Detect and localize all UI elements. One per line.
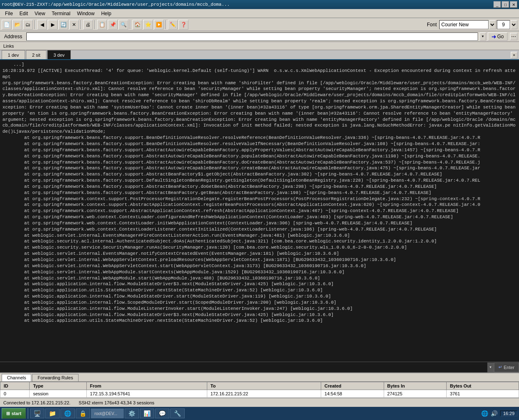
font-input[interactable]	[439, 20, 489, 29]
fav-btn[interactable]: ⭐	[143, 20, 153, 30]
volume-icon: 🔊	[491, 410, 498, 417]
go-label: Go	[497, 34, 504, 39]
terminal-content: ...] 16:28:19.972 [[ACTIVE] ExecuteThrea…	[2, 62, 517, 324]
open-btn[interactable]: 📂	[12, 20, 22, 30]
minimize-button[interactable]: _	[494, 1, 501, 8]
status-bar: Connected to 172.16.221.215:22. SSH2 xte…	[0, 398, 519, 407]
toolbar: 📄 📂 🗂 ◀ ▶ 🔄 ✕ 🖨 📋 📌 🔍 🏠 ⭐ ▶️ ✏️ ❓ Font	[0, 18, 519, 31]
tab-2[interactable]: 2 sit	[26, 50, 46, 59]
col-created: Created	[321, 382, 384, 390]
menu-view[interactable]: View	[31, 10, 49, 17]
enter-arrow-icon: ↵	[498, 365, 502, 370]
clock: 16:29	[500, 411, 517, 416]
enter-button[interactable]: ↵ Enter	[494, 362, 519, 372]
address-dropdown[interactable]: ▼	[480, 32, 486, 41]
address-input[interactable]	[26, 32, 478, 41]
row-from: 172.15.3.194:57641	[86, 390, 207, 398]
links-bar: Links	[0, 42, 519, 50]
forward-btn[interactable]: ▶	[48, 20, 58, 30]
tab-3[interactable]: 3 dev	[47, 50, 71, 59]
taskbar-btn-5[interactable]: ⚙️	[125, 408, 139, 418]
taskbar-putty[interactable]: root@DEV...	[91, 408, 124, 418]
home-btn[interactable]: 🏠	[132, 20, 142, 30]
channels-tab-label: Channels	[7, 375, 26, 380]
new-btn[interactable]: 📄	[2, 20, 12, 30]
copy-btn[interactable]: 📋	[97, 20, 107, 30]
refresh-btn[interactable]: 🔄	[58, 20, 68, 30]
connection-status: Connected to 172.16.221.215:22.	[3, 400, 70, 405]
bottom-tab-bar: Channels Forwarding Rules	[0, 373, 519, 382]
tab-2-label: 2 sit	[32, 53, 40, 58]
close-button[interactable]: ✕	[510, 1, 517, 8]
separator-3	[95, 20, 95, 29]
terminal-output[interactable]: ...] 16:28:19.972 [[ACTIVE] ExecuteThrea…	[0, 60, 519, 362]
network-icon: 🌐	[481, 410, 488, 417]
row-bytes-out: 3761	[447, 390, 519, 398]
address-label: Address	[2, 34, 25, 39]
tab-1[interactable]: 1 dev	[2, 50, 25, 59]
window-controls[interactable]: _ □ ✕	[494, 1, 517, 8]
forwarding-tab[interactable]: Forwarding Rules	[32, 374, 78, 381]
font-label: Font	[427, 22, 437, 28]
taskbar: ⊞ start 🖥️ 📁 🌐 🔒 root@DEV... ⚙️ 📊 💬 🔧 🌐 …	[0, 407, 519, 420]
address-extra-btn[interactable]: ⋯	[510, 33, 517, 40]
separator-4	[130, 20, 131, 29]
terminal-input-bar: ▼ ↵ Enter	[0, 362, 519, 372]
taskbar-btn-1[interactable]: 🖥️	[30, 408, 44, 418]
maximize-button[interactable]: □	[502, 1, 509, 8]
folder-btn[interactable]: 🗂	[23, 20, 33, 30]
channels-tab[interactable]: Channels	[2, 374, 31, 381]
row-type: session	[30, 390, 86, 398]
row-created: 14:54:58	[321, 390, 384, 398]
print-btn[interactable]: 🖨	[83, 20, 93, 30]
taskbar-btn-6[interactable]: 📊	[140, 408, 154, 418]
help-btn[interactable]: ❓	[178, 20, 188, 30]
go-button[interactable]: ➜ Go	[488, 32, 507, 41]
menu-bar: File Edit View Terminal Window Help	[0, 9, 519, 18]
taskbar-btn-3[interactable]: 🌐	[60, 408, 75, 418]
tab-bar: 1 dev 2 sit 3 dev ✕	[0, 50, 519, 60]
menu-edit[interactable]: Edit	[16, 10, 31, 17]
row-id: 0	[0, 390, 30, 398]
stop-btn[interactable]: ✕	[69, 20, 79, 30]
menu-help[interactable]: Help	[98, 10, 115, 17]
menu-window[interactable]: Window	[74, 10, 98, 17]
font-size-input[interactable]	[497, 20, 510, 29]
taskbar-btn-8[interactable]: 🔧	[170, 408, 185, 418]
row-bytes-in: 274125	[384, 390, 446, 398]
windows-icon: ⊞	[6, 411, 10, 416]
back-btn[interactable]: ◀	[37, 20, 47, 30]
edit2-btn[interactable]: ✏️	[168, 20, 178, 30]
channels-table: ID Type From To Created Bytes In Bytes O…	[0, 382, 519, 398]
go-arrow-icon: ➜	[491, 33, 496, 40]
tab-3-label: 3 dev	[53, 53, 65, 58]
paste-btn[interactable]: 📌	[108, 20, 118, 30]
col-id: ID	[0, 382, 30, 390]
font-size-dropdown[interactable]	[511, 20, 517, 29]
taskbar-btn-7[interactable]: 💬	[155, 408, 169, 418]
separator-2	[81, 20, 81, 29]
address-bar: Address ▼ ➜ Go ⋯	[0, 31, 519, 42]
media-btn[interactable]: ▶️	[154, 20, 164, 30]
input-dropdown[interactable]: ▼	[487, 362, 494, 372]
taskbar-right: 🌐 🔊 16:29	[481, 410, 517, 417]
taskbar-separator	[28, 408, 28, 419]
title-bar: root@DEV-215-ZXXT:/app/weblogic/Oracle/M…	[0, 0, 519, 9]
start-button[interactable]: ⊞ start	[2, 408, 26, 419]
taskbar-btn-4[interactable]: 🔒	[76, 408, 90, 418]
taskbar-btn-2[interactable]: 📁	[45, 408, 60, 418]
menu-file[interactable]: File	[2, 10, 16, 17]
col-to: To	[207, 382, 321, 390]
search-btn[interactable]: 🔍	[118, 20, 128, 30]
separator-5	[165, 20, 166, 29]
font-dropdown[interactable]	[489, 20, 496, 29]
row-to: 172.16.221.215:22	[207, 390, 321, 398]
links-label: Links	[3, 44, 14, 48]
col-bytes-out: Bytes Out	[447, 382, 519, 390]
ssh-info: SSH2 xterm 176x43 43,34 3 sessions	[79, 400, 154, 405]
terminal-input[interactable]	[0, 362, 487, 372]
col-type: Type	[30, 382, 86, 390]
tab-bar-close-btn[interactable]: ✕	[511, 52, 517, 58]
table-row[interactable]: 0 session 172.15.3.194:57641 172.16.221.…	[0, 390, 519, 398]
menu-terminal[interactable]: Terminal	[49, 10, 74, 17]
